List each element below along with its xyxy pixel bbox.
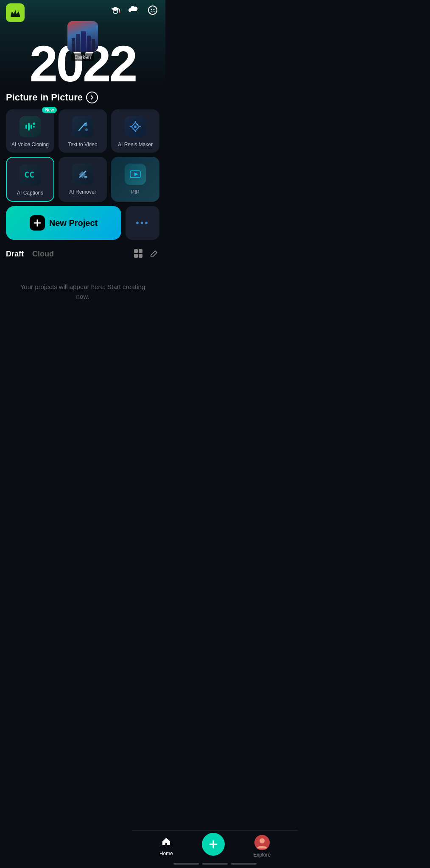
feature-card-text-to-video[interactable]: Text to Video — [59, 109, 107, 153]
ai-reels-maker-label: AI Reels Maker — [118, 142, 153, 147]
ai-remover-label: AI Remover — [69, 189, 96, 195]
new-project-icon — [30, 215, 45, 231]
svg-point-3 — [148, 6, 157, 14]
darken-thumbnail — [67, 21, 98, 52]
svg-rect-11 — [92, 39, 95, 52]
feature-card-pip[interactable]: PIP — [111, 157, 159, 202]
svg-rect-14 — [31, 125, 32, 129]
tabs-row: Draft Cloud — [6, 248, 159, 261]
graduation-cap-icon[interactable] — [109, 4, 121, 16]
feature-card-ai-reels-maker[interactable]: AI Reels Maker — [111, 109, 159, 153]
pip-icon — [125, 164, 146, 185]
reels-icon — [125, 116, 146, 137]
tabs-right — [133, 248, 159, 261]
tab-draft[interactable]: Draft — [6, 250, 24, 260]
face-icon[interactable] — [147, 4, 159, 16]
svg-rect-31 — [139, 254, 142, 258]
svg-rect-29 — [139, 249, 142, 253]
svg-rect-28 — [134, 249, 138, 253]
pip-label: PIP — [131, 189, 139, 195]
svg-point-21 — [134, 125, 137, 128]
svg-rect-23 — [84, 176, 87, 178]
darken-card[interactable]: Darken — [66, 21, 100, 61]
new-badge: New — [42, 107, 57, 113]
text-video-icon — [72, 116, 93, 137]
remover-icon — [72, 164, 93, 185]
voice-icon — [20, 116, 41, 137]
more-dots: ••• — [136, 217, 149, 228]
svg-rect-9 — [81, 31, 86, 52]
text-to-video-label: Text to Video — [68, 142, 97, 147]
feature-card-ai-captions[interactable]: CC AI Captions — [6, 157, 54, 202]
ai-captions-label: AI Captions — [17, 190, 43, 196]
section-arrow[interactable] — [86, 92, 98, 103]
edit-icon[interactable] — [149, 248, 159, 261]
new-project-button[interactable]: New Project — [6, 206, 121, 240]
feature-card-ai-remover[interactable]: AI Remover — [59, 157, 107, 202]
svg-rect-12 — [25, 125, 27, 129]
tabs-left: Draft Cloud — [6, 250, 54, 260]
section-title: Picture in Picture — [6, 92, 83, 103]
svg-rect-30 — [134, 254, 138, 258]
more-options-button[interactable]: ••• — [126, 206, 159, 240]
status-bar — [103, 0, 165, 18]
empty-state: Your projects will appear here. Start cr… — [6, 270, 159, 314]
svg-rect-6 — [11, 16, 20, 17]
tab-cloud[interactable]: Cloud — [32, 250, 54, 260]
crown-logo[interactable] — [6, 3, 25, 22]
darken-label: Darken — [71, 53, 95, 61]
svg-marker-0 — [111, 7, 120, 11]
svg-rect-8 — [76, 34, 80, 52]
svg-point-5 — [154, 9, 155, 10]
new-project-label: New Project — [49, 218, 98, 228]
svg-point-19 — [85, 128, 88, 131]
svg-point-16 — [33, 122, 35, 125]
ai-voice-cloning-label: AI Voice Cloning — [11, 142, 49, 147]
empty-state-message: Your projects will appear here. Start cr… — [20, 283, 145, 300]
svg-rect-7 — [72, 38, 75, 52]
svg-text:CC: CC — [24, 170, 34, 180]
action-row: New Project ••• — [6, 206, 159, 240]
cloud-icon[interactable] — [128, 4, 140, 16]
svg-rect-10 — [87, 36, 91, 52]
captions-icon: CC — [20, 164, 41, 186]
main-content: Picture in Picture New AI Voice Clon — [0, 85, 165, 314]
svg-point-4 — [151, 9, 152, 10]
svg-rect-13 — [28, 123, 30, 131]
feature-grid: New AI Voice Cloning — [6, 109, 159, 202]
section-header: Picture in Picture — [6, 92, 159, 103]
feature-card-ai-voice-cloning[interactable]: New AI Voice Cloning — [6, 109, 54, 153]
svg-point-2 — [119, 12, 120, 13]
svg-rect-15 — [33, 126, 35, 128]
grid-view-icon[interactable] — [133, 248, 143, 261]
